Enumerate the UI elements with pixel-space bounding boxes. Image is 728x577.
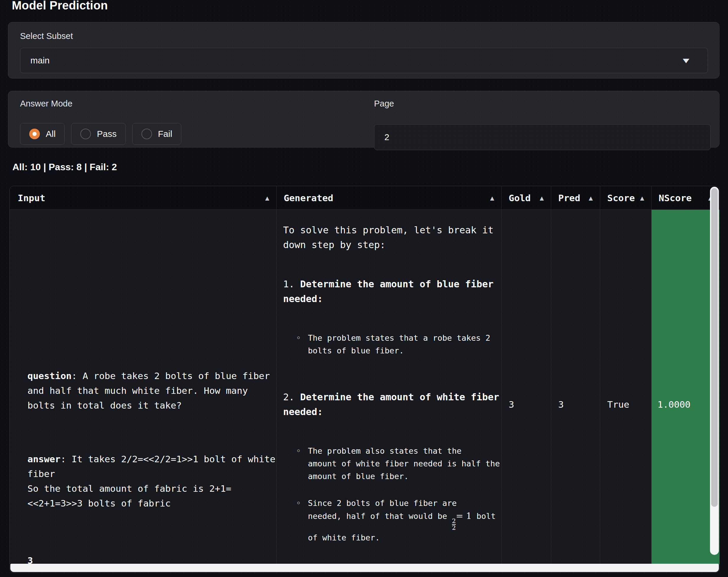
generated-bullet-list: The problem also states that the amount … [283, 433, 497, 558]
page-title: Model Prediction [12, 0, 108, 12]
chevron-down-icon: ▼ [680, 57, 692, 64]
radio-selected-icon [29, 129, 40, 139]
column-header-gold[interactable]: Gold ▲ [501, 186, 551, 210]
radio-unselected-icon [80, 129, 91, 139]
table-row: question: A robe takes 2 bolts of blue f… [10, 210, 720, 564]
vertical-scrollbar-track[interactable] [710, 187, 719, 555]
counts-status: All: 10 | Pass: 8 | Fail: 2 [12, 162, 117, 172]
column-header-score[interactable]: Score ▲ [600, 186, 651, 210]
bullet-text: The problem states that a robe takes 2 b… [308, 333, 490, 355]
column-header-generated[interactable]: Generated ▲ [276, 186, 501, 210]
answer-mode-label: Answer Mode [20, 99, 368, 109]
generated-section-title: 2. Determine the amount of white fiber n… [283, 390, 497, 419]
controls-card: Answer Mode All Pass Fail Page 2 [8, 91, 720, 147]
radio-label-fail: Fail [158, 129, 172, 139]
table-header-row: Input ▲ Generated ▲ Gold ▲ Pred ▲ Score … [10, 186, 720, 210]
fraction: 22 [452, 518, 456, 531]
page-number-input[interactable]: 2 [374, 124, 710, 150]
column-header-label: NScore [659, 193, 692, 203]
column-header-pred[interactable]: Pred ▲ [551, 186, 600, 210]
subset-card: Select Subset main ▼ [8, 22, 720, 79]
section-title-text: Determine the amount of white fiber need… [283, 391, 499, 417]
list-item: The problem also states that the amount … [283, 444, 497, 483]
final-answer: 3 [27, 555, 33, 564]
column-header-nscore[interactable]: NScore ▲ [651, 186, 720, 210]
column-header-label: Gold [509, 193, 531, 203]
generated-bullet-list: The problem states that a robe takes 2 b… [283, 320, 497, 371]
radio-option-pass[interactable]: Pass [71, 123, 126, 145]
radio-label-pass: Pass [97, 129, 116, 139]
nscore-value: 1.0000 [657, 399, 691, 410]
pred-value: 3 [558, 399, 564, 410]
cell-gold[interactable]: 3 [501, 210, 551, 564]
answer-mode-radio-group: All Pass Fail [20, 123, 181, 145]
section-number: 2. [283, 391, 300, 403]
column-header-input[interactable]: Input ▲ [10, 186, 276, 210]
section-title-text: Determine the amount of blue fiber neede… [283, 278, 494, 304]
cell-input[interactable]: question: A robe takes 2 bolts of blue f… [10, 210, 276, 564]
radio-label-all: All [46, 129, 55, 139]
fraction-numerator: 2 [452, 518, 456, 524]
generated-section-title: 1. Determine the amount of blue fiber ne… [283, 277, 497, 306]
page-label: Page [374, 99, 710, 109]
subset-selected-value: main [20, 55, 50, 65]
sort-icon: ▲ [490, 194, 494, 202]
horizontal-scrollbar[interactable] [10, 564, 719, 572]
sort-icon: ▲ [589, 194, 593, 202]
sort-icon: ▲ [265, 194, 269, 202]
cell-pred[interactable]: 3 [551, 210, 600, 564]
vertical-scrollbar-thumb[interactable] [711, 188, 718, 507]
bullet-text: Since 2 bolts of blue fiber are needed, … [308, 498, 457, 521]
predictions-table: Input ▲ Generated ▲ Gold ▲ Pred ▲ Score … [9, 186, 720, 573]
score-value: True [607, 399, 629, 410]
subset-label: Select Subset [20, 31, 73, 41]
radio-unselected-icon [141, 129, 152, 139]
sort-icon: ▲ [640, 194, 644, 202]
column-header-label: Generated [284, 193, 333, 203]
input-cell-content: question: A robe takes 2 bolts of blue f… [27, 339, 276, 564]
section-number: 1. [283, 278, 300, 290]
gold-value: 3 [509, 399, 514, 410]
column-header-label: Score [607, 193, 635, 203]
page-column: Page 2 [374, 99, 710, 109]
sort-icon: ▲ [540, 194, 544, 202]
cell-score[interactable]: True [600, 210, 651, 564]
radio-option-all[interactable]: All [20, 123, 64, 145]
answer-mode-column: Answer Mode All Pass Fail [20, 99, 368, 109]
cell-nscore[interactable]: 1.0000 [651, 210, 720, 564]
app-root: Model Prediction Select Subset main ▼ An… [0, 0, 728, 577]
list-item: Since 2 bolts of blue fiber are needed, … [283, 497, 497, 544]
math-equals: = 1 [456, 511, 472, 521]
bullet-text: The problem also states that the amount … [308, 446, 500, 481]
question-label: question [27, 370, 72, 381]
subset-select[interactable]: main ▼ [20, 48, 708, 73]
generated-cell-content: To solve this problem, let's break it do… [283, 212, 497, 564]
list-item: The problem states that a robe takes 2 b… [283, 332, 497, 357]
answer-label: answer [27, 454, 60, 464]
generated-intro: To solve this problem, let's break it do… [283, 223, 497, 252]
fraction-denominator: 2 [452, 524, 456, 531]
column-header-label: Pred [558, 193, 580, 203]
page-number-value: 2 [374, 132, 389, 142]
radio-option-fail[interactable]: Fail [132, 123, 181, 145]
cell-generated[interactable]: To solve this problem, let's break it do… [276, 210, 501, 564]
column-header-label: Input [18, 193, 45, 203]
answer-text: : It takes 2/2=<<2/2=1>>1 bolt of white … [27, 454, 276, 509]
